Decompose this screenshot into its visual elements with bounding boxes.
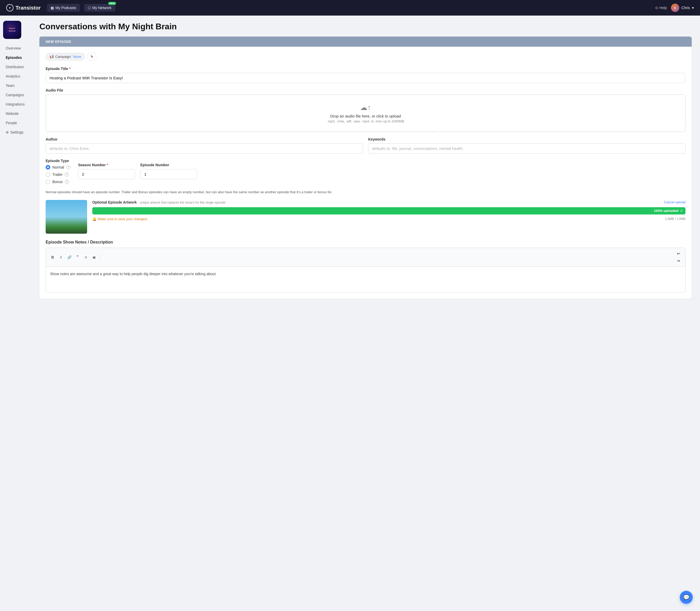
main-content: Conversations with My Night Brain NEW EP… bbox=[31, 16, 700, 611]
episode-number-input[interactable] bbox=[140, 169, 197, 179]
season-episode-row: Season Number * Episode Number bbox=[78, 163, 197, 184]
podcasts-icon: ▦ bbox=[50, 6, 54, 10]
audio-drop-hint: .mp3, .m4a, .aiff, .wav, .mp4, or .mov u… bbox=[55, 119, 677, 123]
sidebar-item-people[interactable]: People bbox=[3, 119, 28, 127]
new-episode-card: NEW EPISODE 📢 Campaign: None ✎ bbox=[40, 36, 692, 299]
author-label: Author bbox=[46, 137, 363, 141]
toolbar-right: ↩ ↪ bbox=[675, 250, 682, 265]
sidebar-label-campaigns: Campaigns bbox=[6, 93, 24, 97]
file-size: 1.0MB / 1.0MB bbox=[665, 217, 685, 221]
keywords-input[interactable] bbox=[368, 144, 685, 153]
logo-text: Transistor bbox=[16, 5, 41, 11]
toolbar-quote-button[interactable]: " bbox=[74, 254, 81, 261]
episode-type-group: Episode Type Normal ? Trailer bbox=[46, 159, 70, 184]
help-button[interactable]: ⊙ Help bbox=[655, 6, 667, 10]
topnav-right: ⊙ Help C Chris ▾ bbox=[655, 4, 694, 12]
author-keywords-row: Author Keywords bbox=[46, 137, 685, 159]
upload-icon: ☁↑ bbox=[55, 103, 677, 112]
logo[interactable]: + Transistor bbox=[6, 4, 41, 11]
author-input[interactable] bbox=[46, 144, 363, 153]
campaign-value[interactable]: None bbox=[73, 55, 81, 59]
artwork-thumbnail bbox=[46, 200, 87, 234]
toolbar-link-button[interactable]: 🔗 bbox=[65, 254, 73, 261]
sidebar: NIGHTBRAIN Overview Episodes Distributio… bbox=[0, 16, 31, 611]
sidebar-item-settings[interactable]: ⚙ Settings bbox=[3, 128, 28, 136]
sidebar-item-distribution[interactable]: Distribution bbox=[3, 63, 28, 71]
campaign-edit-button[interactable]: ✎ bbox=[88, 53, 96, 60]
podcast-thumb-label: NIGHTBRAIN bbox=[9, 27, 15, 32]
artwork-title-area: Optional Episode Artwork unique artwork … bbox=[92, 200, 226, 205]
campaign-badge: 📢 Campaign: None bbox=[46, 53, 85, 60]
episode-title-label: Episode Title * bbox=[46, 66, 685, 71]
sidebar-label-people: People bbox=[6, 121, 17, 125]
episode-title-input[interactable] bbox=[46, 73, 685, 83]
artwork-subtitle: unique artwork that replaces the show's … bbox=[140, 201, 226, 204]
sidebar-item-website[interactable]: Website bbox=[3, 109, 28, 118]
my-podcasts-button[interactable]: ▦ My Podcasts bbox=[47, 4, 80, 12]
editor-body-text: Show notes are awesome and a great way t… bbox=[50, 272, 216, 276]
sidebar-label-distribution: Distribution bbox=[6, 65, 24, 69]
logo-icon: + bbox=[6, 4, 14, 11]
sidebar-label-website: Website bbox=[6, 111, 19, 116]
artwork-cancel-button[interactable]: Cancel upload bbox=[664, 200, 685, 204]
podcast-thumbnail[interactable]: NIGHTBRAIN bbox=[3, 21, 21, 39]
artwork-info: Optional Episode Artwork unique artwork … bbox=[92, 200, 685, 221]
toolbar-redo-button[interactable]: ↪ bbox=[675, 257, 682, 265]
network-icon: ⬡ bbox=[88, 6, 91, 10]
help-normal-icon[interactable]: ? bbox=[66, 165, 70, 169]
settings-icon: ⚙ bbox=[6, 131, 9, 134]
sidebar-item-integrations[interactable]: Integrations bbox=[3, 100, 28, 108]
form-card-header: NEW EPISODE bbox=[40, 36, 692, 47]
radio-normal[interactable]: Normal ? bbox=[46, 165, 70, 169]
sidebar-item-analytics[interactable]: Analytics bbox=[3, 72, 28, 80]
progress-text: 100% uploaded bbox=[654, 209, 679, 213]
help-icon: ⊙ bbox=[655, 6, 658, 10]
toolbar-bold-button[interactable]: B bbox=[49, 254, 56, 261]
my-network-button[interactable]: NEW ⬡ My Network bbox=[84, 4, 115, 12]
sidebar-label-team: Team bbox=[6, 84, 15, 88]
editor-body[interactable]: Show notes are awesome and a great way t… bbox=[46, 267, 685, 293]
campaign-label: Campaign: bbox=[55, 55, 72, 59]
toolbar-undo-button[interactable]: ↩ bbox=[675, 250, 682, 257]
toolbar-ul-button[interactable]: ≡ bbox=[82, 254, 89, 261]
sidebar-item-overview[interactable]: Overview bbox=[3, 44, 28, 53]
audio-drop-title: Drop an audio file here, or click to upl… bbox=[55, 114, 677, 118]
episode-note: Normal episodes should have an episode n… bbox=[46, 190, 685, 195]
sidebar-item-team[interactable]: Team bbox=[3, 81, 28, 90]
radio-group: Normal ? Trailer ? Bon bbox=[46, 165, 70, 184]
artwork-title: Optional Episode Artwork bbox=[92, 200, 137, 204]
radio-label-trailer: Trailer bbox=[52, 173, 62, 177]
audio-upload-area[interactable]: ☁↑ Drop an audio file here, or click to … bbox=[46, 94, 685, 132]
chat-fab-button[interactable]: 💬 bbox=[680, 591, 693, 604]
sidebar-item-episodes[interactable]: Episodes bbox=[3, 54, 28, 62]
bell-icon: 🔔 bbox=[92, 217, 96, 221]
required-marker: * bbox=[69, 66, 71, 71]
help-trailer-icon[interactable]: ? bbox=[64, 173, 69, 177]
season-number-input[interactable] bbox=[78, 169, 135, 179]
sidebar-label-analytics: Analytics bbox=[6, 74, 20, 78]
progress-bar-wrap: 100% uploaded ✓ bbox=[92, 207, 685, 214]
radio-label-bonus: Bonus bbox=[52, 180, 63, 184]
radio-trailer[interactable]: Trailer ? bbox=[46, 172, 70, 177]
episode-number-label: Episode Number bbox=[140, 163, 197, 167]
artwork-section: Optional Episode Artwork unique artwork … bbox=[46, 200, 685, 234]
progress-bar-fill: 100% uploaded ✓ bbox=[92, 207, 685, 214]
radio-circle-trailer bbox=[46, 172, 50, 177]
audio-file-field: Audio File ☁↑ Drop an audio file here, o… bbox=[46, 88, 685, 132]
radio-bonus[interactable]: Bonus ? bbox=[46, 179, 70, 184]
episode-number-field: Episode Number bbox=[140, 163, 197, 179]
keywords-field: Keywords bbox=[368, 137, 685, 153]
toolbar-italic-button[interactable]: I bbox=[57, 254, 64, 261]
radio-circle-normal bbox=[46, 165, 50, 169]
help-bonus-icon[interactable]: ? bbox=[65, 180, 69, 184]
sidebar-label-settings: Settings bbox=[10, 130, 24, 134]
chat-icon: 💬 bbox=[683, 594, 690, 600]
user-menu[interactable]: C Chris ▾ bbox=[671, 4, 694, 12]
episode-type-cols: Episode Type Normal ? Trailer bbox=[46, 159, 685, 184]
sidebar-item-campaigns[interactable]: Campaigns bbox=[3, 91, 28, 99]
chevron-down-icon: ▾ bbox=[692, 6, 694, 10]
episode-type-label: Episode Type bbox=[46, 159, 70, 163]
season-number-label: Season Number * bbox=[78, 163, 135, 167]
toolbar-ol-button[interactable]: ≣ bbox=[90, 254, 98, 261]
toolbar-separator bbox=[100, 255, 100, 260]
